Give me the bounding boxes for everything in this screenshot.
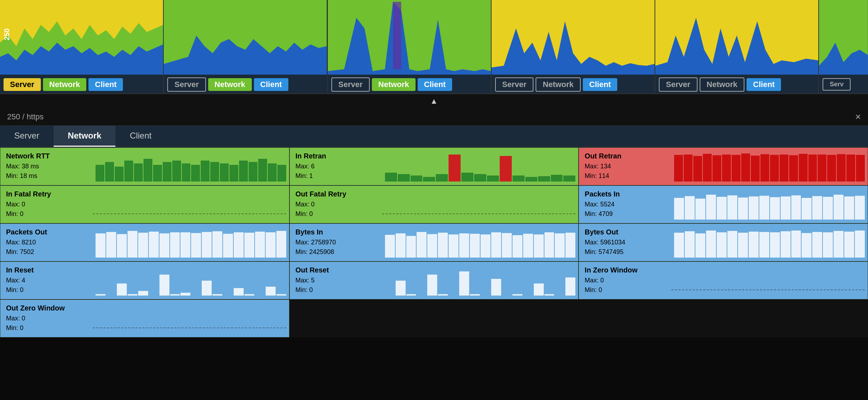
metric-packets-out: Packets Out Max: 8210Min: 7502 (0, 223, 289, 261)
metric-chart-packets-out (93, 224, 289, 261)
metric-values-in-zero-window: Max: 0Min: 0 (585, 276, 862, 295)
tab-network-5[interactable]: Network (700, 77, 745, 92)
metric-in-reset: In Reset Max: 4Min: 0 (0, 261, 289, 299)
tabs-row: Server Network Client (0, 126, 868, 147)
tab-client-2[interactable]: Client (254, 78, 288, 91)
metric-chart-bytes-in (382, 224, 579, 261)
detail-header: 250 / https × (0, 108, 868, 126)
detail-title: 250 / https (7, 112, 44, 121)
empty-cell-2 (579, 299, 868, 337)
metric-chart-out-reset (382, 262, 579, 299)
dashed-line-1 (93, 213, 286, 214)
chart-bg-2 (164, 0, 327, 75)
chart-panel-2: Server Network Client (164, 0, 327, 93)
close-button[interactable]: × (855, 111, 861, 123)
metric-chart-out-retran (671, 148, 868, 185)
metric-bytes-in: Bytes In Max: 2758970Min: 2425908 (289, 223, 579, 261)
metric-packets-in: Packets In Max: 5524Min: 4709 (579, 185, 868, 223)
metric-network-rtt: Network RTT Max: 38 msMin: 18 ms (0, 147, 289, 185)
metric-chart-bytes-out (671, 224, 868, 261)
dashed-line-2 (382, 213, 576, 214)
tab-server-2[interactable]: Server (167, 77, 206, 92)
chart-panel-4: Server Network Client (492, 0, 655, 93)
tab-server-1[interactable]: Server (4, 78, 41, 91)
tab-client-1[interactable]: Client (88, 78, 123, 91)
chart-bg-6 (819, 0, 868, 75)
metric-name-in-zero-window: In Zero Window (585, 266, 862, 274)
chart-panel-1: Server Network Client (0, 0, 164, 93)
metric-name-out-fatal-retry: Out Fatal Retry (295, 190, 573, 198)
tab-network-1[interactable]: Network (43, 78, 87, 91)
metric-chart-in-reset (93, 262, 289, 299)
tab-network-4[interactable]: Network (536, 77, 581, 92)
chart-bg-3 (328, 0, 491, 75)
tab-server-5[interactable]: Server (659, 77, 698, 92)
chart-bg-4 (492, 0, 655, 75)
metric-chart-network-rtt (93, 148, 289, 185)
tab-server[interactable]: Server (0, 126, 54, 147)
metric-chart-in-retran (382, 148, 579, 185)
chart-panel-3: Server Network Client (328, 0, 492, 93)
metric-name-in-fatal-retry: In Fatal Retry (6, 190, 283, 198)
metric-in-zero-window: In Zero Window Max: 0Min: 0 (579, 261, 868, 299)
tab-network-3[interactable]: Network (372, 78, 416, 91)
chart-bg-1 (0, 0, 163, 75)
tab-client-5[interactable]: Client (747, 78, 781, 91)
tab-network[interactable]: Network (54, 126, 116, 147)
metric-out-retran: Out Retran Max: 134Min: 114 (579, 147, 868, 185)
tab-client-3[interactable]: Client (418, 78, 452, 91)
metric-values-in-fatal-retry: Max: 0Min: 0 (6, 200, 283, 219)
chart-bg-5 (655, 0, 818, 75)
metric-in-fatal-retry: In Fatal Retry Max: 0Min: 0 (0, 185, 289, 223)
metric-values-out-zero-window: Max: 0Min: 0 (6, 314, 283, 333)
metric-bytes-out: Bytes Out Max: 5961034Min: 5747495 (579, 223, 868, 261)
chart-tabs-6: Serv (819, 75, 868, 93)
top-charts-section: Server Network Client Server Network Cli… (0, 0, 868, 94)
tab-client-4[interactable]: Client (583, 78, 617, 91)
tab-server-3[interactable]: Server (331, 77, 370, 92)
metrics-grid: Network RTT Max: 38 msMin: 18 ms (0, 147, 868, 337)
chart-tabs-2: Server Network Client (164, 75, 327, 93)
tab-client[interactable]: Client (115, 126, 166, 147)
tab-network-2[interactable]: Network (208, 78, 252, 91)
chart-panel-6: Serv (819, 0, 868, 93)
chart-panel-5: Server Network Client (655, 0, 819, 93)
chart-tabs-3: Server Network Client (328, 75, 491, 93)
y-axis-label: 250 (3, 28, 11, 40)
metric-values-out-fatal-retry: Max: 0Min: 0 (295, 200, 573, 219)
collapse-arrow[interactable] (0, 94, 868, 108)
metric-name-out-zero-window: Out Zero Window (6, 304, 283, 312)
metric-in-retran: In Retran Max: 6Min: 1 (289, 147, 579, 185)
metric-out-fatal-retry: Out Fatal Retry Max: 0Min: 0 (289, 185, 579, 223)
metric-out-zero-window: Out Zero Window Max: 0Min: 0 (0, 299, 289, 337)
chart-tabs-5: Server Network Client (655, 75, 818, 93)
metric-out-reset: Out Reset Max: 5Min: 0 (289, 261, 579, 299)
chart-tabs-4: Server Network Client (492, 75, 655, 93)
empty-cell-1 (289, 299, 579, 337)
dashed-line-4 (93, 328, 286, 328)
tab-server-6[interactable]: Serv (823, 78, 851, 91)
metric-chart-packets-in (671, 186, 868, 223)
chart-tabs-1: Server Network Client (0, 75, 163, 93)
dashed-line-3 (671, 290, 865, 290)
svg-marker-7 (393, 2, 401, 69)
detail-panel: 250 / https × Server Network Client Netw… (0, 108, 868, 337)
tab-server-4[interactable]: Server (495, 77, 534, 92)
